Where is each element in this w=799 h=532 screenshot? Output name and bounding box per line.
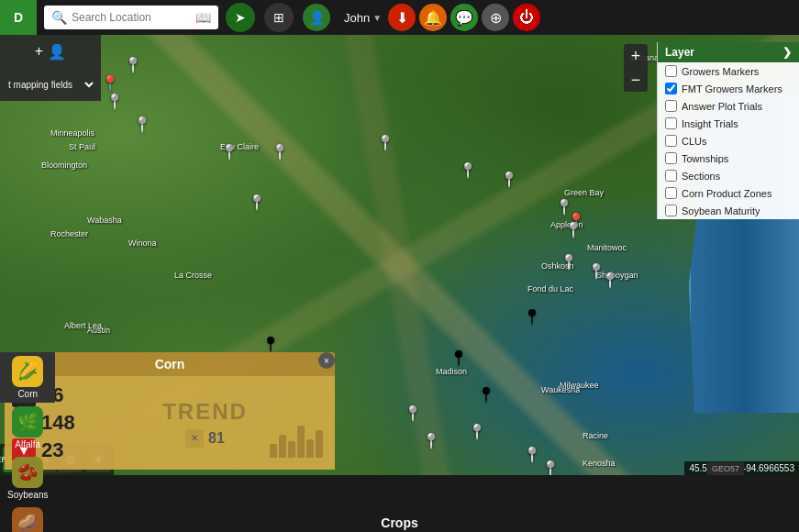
map-pin-18[interactable]: 📍: [451, 349, 466, 367]
map-pin-23[interactable]: 📍: [543, 459, 558, 477]
crop-icon-3: 🥔: [12, 507, 43, 532]
power-button[interactable]: ⏻: [513, 4, 540, 31]
person-icon[interactable]: 👤: [48, 43, 66, 61]
crop-tab-potatoes[interactable]: 🥔Potatoes: [0, 504, 55, 532]
layer-item-1[interactable]: FMT Growers Markers: [658, 80, 799, 97]
layer-label-5: Townships: [682, 153, 728, 164]
user-section: John ▼: [341, 11, 382, 25]
alert-icon: ⬇: [396, 9, 408, 27]
layer-label-3: Insight Trials: [682, 118, 738, 129]
trend-bars: [270, 421, 323, 458]
map-pin-17[interactable]: 📍: [263, 335, 278, 353]
grid-button[interactable]: ⊞: [264, 3, 294, 32]
map-pin-7[interactable]: 📍: [502, 170, 516, 188]
alert-button[interactable]: ⬇: [388, 4, 416, 31]
popup-close-button[interactable]: ×: [318, 352, 335, 369]
crops-label: Crops: [381, 515, 417, 530]
crop-icon-0: 🌽: [12, 356, 43, 387]
layer-label-1: FMT Growers Markers: [682, 83, 782, 94]
layer-checkbox-8[interactable]: [665, 205, 677, 216]
layer-item-8[interactable]: Soybean Maturity: [658, 202, 799, 219]
map-pin-3[interactable]: 📍: [135, 115, 150, 133]
map-pin-21[interactable]: 📍: [470, 422, 484, 440]
left-panel: + 👤 t mapping fields: [0, 35, 101, 101]
search-box[interactable]: 🔍 📖: [44, 6, 218, 29]
map-pin-1[interactable]: 📍: [107, 92, 122, 110]
layer-item-2[interactable]: Answer Plot Trials: [658, 97, 799, 115]
stack-icon: ⊕: [490, 9, 502, 27]
map-pin-13[interactable]: 📍: [561, 252, 576, 271]
map-pin-6[interactable]: 📍: [461, 161, 475, 179]
user-dropdown-arrow[interactable]: ▼: [372, 13, 382, 23]
layer-item-3[interactable]: Insight Trials: [658, 115, 799, 132]
map-pin-16[interactable]: 📍: [525, 307, 539, 326]
layer-chevron[interactable]: ❯: [782, 46, 792, 59]
map-pin-4[interactable]: 📍: [222, 142, 237, 161]
layer-label-2: Answer Plot Trials: [682, 101, 762, 112]
layer-checkbox-0[interactable]: [665, 65, 677, 77]
layer-item-0[interactable]: Growers Markers: [658, 62, 799, 80]
map-pin-5[interactable]: 📍: [378, 133, 393, 151]
layer-checkbox-7[interactable]: [665, 187, 677, 199]
map-pin-10[interactable]: 📍: [566, 220, 581, 238]
panel-row-select[interactable]: t mapping fields: [0, 68, 101, 101]
action-buttons: ⬇ 🔔 💬 ⊕ ⏻: [386, 4, 542, 31]
layer-item-6[interactable]: Sections: [658, 167, 799, 184]
crop-tab-soybeans[interactable]: 🫘Soybeans: [0, 453, 55, 504]
trend-bar-3: [288, 441, 295, 458]
mapping-select[interactable]: t mapping fields: [5, 79, 96, 91]
search-input[interactable]: [72, 11, 191, 24]
layers-button[interactable]: ⊕: [482, 4, 509, 31]
user-name: John: [344, 11, 370, 25]
map-pin-24[interactable]: 📍: [424, 431, 438, 449]
crop-tab-alfalfa[interactable]: 🌿Alfalfa: [0, 403, 55, 453]
layer-label-8: Soybean Maturity: [682, 205, 760, 216]
layer-label-0: Growers Markers: [682, 66, 759, 77]
layer-item-7[interactable]: Corn Product Zones: [658, 184, 799, 202]
location-button[interactable]: ➤: [226, 3, 255, 32]
layer-checkbox-3[interactable]: [665, 117, 677, 129]
crop-icon-1: 🌿: [12, 406, 43, 438]
map-pin-19[interactable]: 📍: [479, 385, 494, 404]
map-pin-2[interactable]: 📍: [103, 73, 117, 92]
layer-items-container: Growers MarkersFMT Growers MarkersAnswer…: [658, 62, 799, 219]
layer-checkbox-2[interactable]: [665, 100, 677, 112]
crop-tab-corn[interactable]: 🌽Corn: [0, 352, 55, 403]
map-pin-20[interactable]: 📍: [405, 404, 420, 422]
add-icon[interactable]: +: [35, 43, 43, 60]
trend-bar-6: [316, 430, 323, 458]
map-pin-15[interactable]: 📍: [603, 271, 617, 289]
search-icon: 🔍: [51, 10, 67, 25]
chat-icon: 💬: [455, 9, 473, 27]
crop-icon-2: 🫘: [12, 457, 43, 488]
user-button[interactable]: 👤: [303, 4, 330, 31]
book-icon: 📖: [195, 10, 211, 25]
panel-row-add: + 👤: [0, 35, 101, 68]
trend-sub-icon: ✕: [185, 429, 204, 448]
layer-label-6: Sections: [682, 171, 720, 182]
chat-button[interactable]: 💬: [450, 4, 478, 31]
map-pin-12[interactable]: 📍: [250, 193, 264, 211]
map-pin-11[interactable]: 📍: [272, 142, 287, 161]
map-pin-22[interactable]: 📍: [525, 445, 539, 463]
layer-item-4[interactable]: CLUs: [658, 132, 799, 150]
layer-item-5[interactable]: Townships: [658, 150, 799, 167]
user-icon: 👤: [309, 10, 325, 25]
location-icon: ➤: [235, 10, 246, 25]
power-icon: ⏻: [519, 9, 534, 26]
notification-button[interactable]: 🔔: [419, 4, 447, 31]
map-pin-0[interactable]: 📍: [126, 55, 140, 73]
layer-checkbox-4[interactable]: [665, 135, 677, 147]
zoom-out-button[interactable]: −: [624, 68, 648, 92]
trend-sub-row: ✕ 81: [185, 429, 225, 448]
bottom-bar: 🌽Corn🌿Alfalfa🫘Soybeans🥔Potatoes🌾Soft Re.…: [0, 475, 799, 532]
layer-label-4: CLUs: [682, 136, 707, 147]
layer-checkbox-6[interactable]: [665, 170, 677, 182]
layer-label-7: Corn Product Zones: [682, 188, 771, 199]
geo-label: GEO57: [707, 462, 744, 475]
crop-label-0: Corn: [17, 389, 38, 399]
layer-checkbox-5[interactable]: [665, 152, 677, 164]
trend-sub-value: 81: [208, 430, 225, 447]
layer-checkbox-1[interactable]: [665, 83, 677, 94]
zoom-in-button[interactable]: +: [624, 44, 648, 68]
